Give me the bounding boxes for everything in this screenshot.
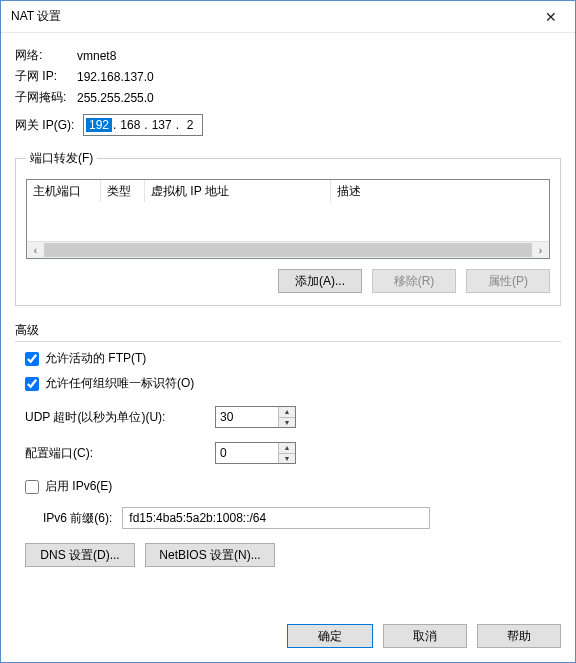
nat-settings-dialog: NAT 设置 ✕ 网络: vmnet8 子网 IP: 192.168.137.0… <box>0 0 576 663</box>
ipv6-prefix-input[interactable] <box>122 507 430 529</box>
port-forward-list[interactable]: 主机端口 类型 虚拟机 IP 地址 描述 ‹ › <box>26 179 550 259</box>
udp-timeout-spinner[interactable]: ▲ ▼ <box>215 406 296 428</box>
col-description[interactable]: 描述 <box>331 180 549 202</box>
allow-oui-row[interactable]: 允许任何组织唯一标识符(O) <box>25 375 561 392</box>
horizontal-scrollbar[interactable]: ‹ › <box>27 241 549 258</box>
subnet-mask-value: 255.255.255.0 <box>77 91 154 105</box>
spin-up-icon[interactable]: ▲ <box>279 407 295 418</box>
col-host-port[interactable]: 主机端口 <box>27 180 101 202</box>
config-port-label: 配置端口(C): <box>25 445 205 462</box>
subnet-mask-label: 子网掩码: <box>15 89 77 106</box>
gateway-seg-2[interactable]: 168 <box>117 118 143 132</box>
dialog-footer: 确定 取消 帮助 <box>1 612 575 662</box>
ipv6-enable-checkbox[interactable] <box>25 480 39 494</box>
udp-timeout-label: UDP 超时(以秒为单位)(U): <box>25 409 205 426</box>
scroll-right-icon[interactable]: › <box>532 242 549 258</box>
list-header: 主机端口 类型 虚拟机 IP 地址 描述 <box>27 180 549 202</box>
scroll-left-icon[interactable]: ‹ <box>27 242 44 258</box>
advanced-title: 高级 <box>15 322 561 342</box>
port-forward-group: 端口转发(F) 主机端口 类型 虚拟机 IP 地址 描述 ‹ › 添加(A)..… <box>15 150 561 306</box>
ok-button[interactable]: 确定 <box>287 624 373 648</box>
network-value: vmnet8 <box>77 49 116 63</box>
help-button[interactable]: 帮助 <box>477 624 561 648</box>
allow-ftp-checkbox[interactable] <box>25 352 39 366</box>
list-body[interactable] <box>27 202 549 241</box>
col-type[interactable]: 类型 <box>101 180 145 202</box>
subnet-ip-label: 子网 IP: <box>15 68 77 85</box>
cancel-button[interactable]: 取消 <box>383 624 467 648</box>
gateway-seg-4[interactable]: 2 <box>180 118 200 132</box>
remove-button[interactable]: 移除(R) <box>372 269 456 293</box>
port-forward-legend: 端口转发(F) <box>26 150 97 167</box>
allow-ftp-row[interactable]: 允许活动的 FTP(T) <box>25 350 561 367</box>
titlebar: NAT 设置 ✕ <box>1 1 575 33</box>
ipv6-enable-label: 启用 IPv6(E) <box>45 478 112 495</box>
gateway-label: 网关 IP(G): <box>15 117 83 134</box>
netbios-settings-button[interactable]: NetBIOS 设置(N)... <box>145 543 275 567</box>
config-port-spinner[interactable]: ▲ ▼ <box>215 442 296 464</box>
spin-down-icon[interactable]: ▼ <box>279 418 295 428</box>
gateway-seg-3[interactable]: 137 <box>149 118 175 132</box>
allow-ftp-label: 允许活动的 FTP(T) <box>45 350 146 367</box>
scroll-track[interactable] <box>44 242 532 258</box>
close-icon[interactable]: ✕ <box>531 3 571 31</box>
gateway-seg-1[interactable]: 192 <box>86 118 112 132</box>
scroll-thumb[interactable] <box>44 243 532 257</box>
gateway-ip-input[interactable]: 192.168.137.2 <box>83 114 203 136</box>
window-title: NAT 设置 <box>11 8 531 25</box>
subnet-ip-value: 192.168.137.0 <box>77 70 154 84</box>
config-port-input[interactable] <box>216 443 278 463</box>
col-vm-ip[interactable]: 虚拟机 IP 地址 <box>145 180 331 202</box>
properties-button[interactable]: 属性(P) <box>466 269 550 293</box>
ipv6-prefix-label: IPv6 前缀(6): <box>43 510 112 527</box>
network-label: 网络: <box>15 47 77 64</box>
add-button[interactable]: 添加(A)... <box>278 269 362 293</box>
allow-oui-checkbox[interactable] <box>25 377 39 391</box>
udp-timeout-input[interactable] <box>216 407 278 427</box>
spin-down-icon[interactable]: ▼ <box>279 454 295 464</box>
ipv6-enable-row[interactable]: 启用 IPv6(E) <box>25 478 561 495</box>
spin-up-icon[interactable]: ▲ <box>279 443 295 454</box>
allow-oui-label: 允许任何组织唯一标识符(O) <box>45 375 194 392</box>
dns-settings-button[interactable]: DNS 设置(D)... <box>25 543 135 567</box>
